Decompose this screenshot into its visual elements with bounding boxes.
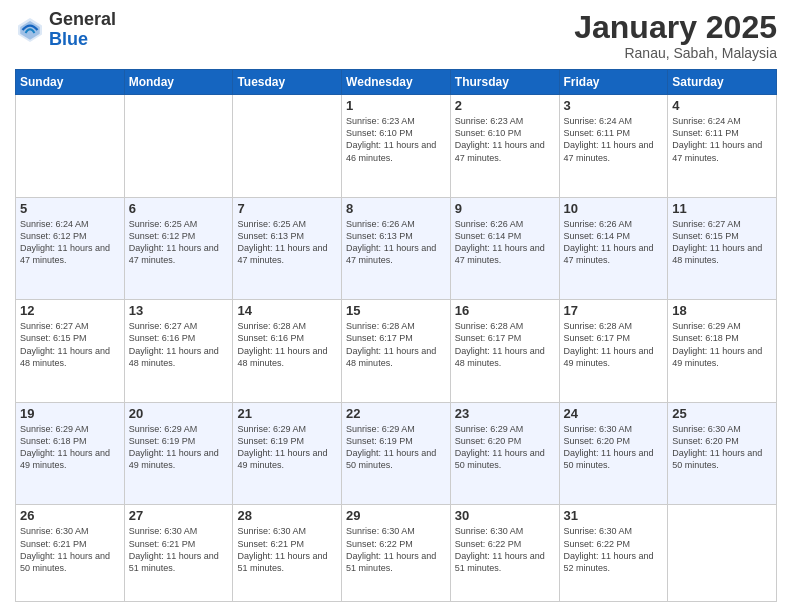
calendar-cell: 26Sunrise: 6:30 AM Sunset: 6:21 PM Dayli…: [16, 505, 125, 602]
calendar-week-row: 26Sunrise: 6:30 AM Sunset: 6:21 PM Dayli…: [16, 505, 777, 602]
day-number: 27: [129, 508, 229, 523]
day-info: Sunrise: 6:30 AM Sunset: 6:21 PM Dayligh…: [237, 525, 337, 574]
calendar-cell: 24Sunrise: 6:30 AM Sunset: 6:20 PM Dayli…: [559, 402, 668, 505]
calendar-cell: 11Sunrise: 6:27 AM Sunset: 6:15 PM Dayli…: [668, 197, 777, 300]
calendar-cell: 12Sunrise: 6:27 AM Sunset: 6:15 PM Dayli…: [16, 300, 125, 403]
calendar-day-header: Wednesday: [342, 70, 451, 95]
day-info: Sunrise: 6:28 AM Sunset: 6:17 PM Dayligh…: [564, 320, 664, 369]
day-info: Sunrise: 6:30 AM Sunset: 6:22 PM Dayligh…: [346, 525, 446, 574]
day-number: 10: [564, 201, 664, 216]
day-info: Sunrise: 6:30 AM Sunset: 6:21 PM Dayligh…: [129, 525, 229, 574]
calendar-cell: 17Sunrise: 6:28 AM Sunset: 6:17 PM Dayli…: [559, 300, 668, 403]
calendar-table: SundayMondayTuesdayWednesdayThursdayFrid…: [15, 69, 777, 602]
day-info: Sunrise: 6:29 AM Sunset: 6:18 PM Dayligh…: [20, 423, 120, 472]
day-info: Sunrise: 6:30 AM Sunset: 6:22 PM Dayligh…: [564, 525, 664, 574]
day-info: Sunrise: 6:24 AM Sunset: 6:11 PM Dayligh…: [564, 115, 664, 164]
day-number: 9: [455, 201, 555, 216]
day-number: 18: [672, 303, 772, 318]
day-info: Sunrise: 6:28 AM Sunset: 6:16 PM Dayligh…: [237, 320, 337, 369]
calendar-day-header: Saturday: [668, 70, 777, 95]
calendar-cell: 31Sunrise: 6:30 AM Sunset: 6:22 PM Dayli…: [559, 505, 668, 602]
calendar-cell: 18Sunrise: 6:29 AM Sunset: 6:18 PM Dayli…: [668, 300, 777, 403]
calendar-day-header: Monday: [124, 70, 233, 95]
calendar-cell: 1Sunrise: 6:23 AM Sunset: 6:10 PM Daylig…: [342, 95, 451, 198]
calendar-header-row: SundayMondayTuesdayWednesdayThursdayFrid…: [16, 70, 777, 95]
calendar-cell: [233, 95, 342, 198]
day-number: 31: [564, 508, 664, 523]
day-number: 23: [455, 406, 555, 421]
day-info: Sunrise: 6:29 AM Sunset: 6:19 PM Dayligh…: [346, 423, 446, 472]
day-number: 4: [672, 98, 772, 113]
calendar-cell: 2Sunrise: 6:23 AM Sunset: 6:10 PM Daylig…: [450, 95, 559, 198]
day-number: 25: [672, 406, 772, 421]
logo: General Blue: [15, 10, 116, 50]
day-info: Sunrise: 6:26 AM Sunset: 6:14 PM Dayligh…: [564, 218, 664, 267]
calendar-day-header: Thursday: [450, 70, 559, 95]
day-info: Sunrise: 6:27 AM Sunset: 6:15 PM Dayligh…: [672, 218, 772, 267]
day-info: Sunrise: 6:29 AM Sunset: 6:19 PM Dayligh…: [237, 423, 337, 472]
calendar-title: January 2025: [574, 10, 777, 45]
day-info: Sunrise: 6:30 AM Sunset: 6:22 PM Dayligh…: [455, 525, 555, 574]
calendar-cell: 25Sunrise: 6:30 AM Sunset: 6:20 PM Dayli…: [668, 402, 777, 505]
day-info: Sunrise: 6:29 AM Sunset: 6:19 PM Dayligh…: [129, 423, 229, 472]
header: General Blue January 2025 Ranau, Sabah, …: [15, 10, 777, 61]
day-number: 26: [20, 508, 120, 523]
calendar-cell: 10Sunrise: 6:26 AM Sunset: 6:14 PM Dayli…: [559, 197, 668, 300]
logo-text: General Blue: [49, 10, 116, 50]
day-number: 1: [346, 98, 446, 113]
calendar-cell: 29Sunrise: 6:30 AM Sunset: 6:22 PM Dayli…: [342, 505, 451, 602]
calendar-cell: [668, 505, 777, 602]
day-number: 28: [237, 508, 337, 523]
day-info: Sunrise: 6:29 AM Sunset: 6:20 PM Dayligh…: [455, 423, 555, 472]
day-info: Sunrise: 6:26 AM Sunset: 6:13 PM Dayligh…: [346, 218, 446, 267]
calendar-cell: 20Sunrise: 6:29 AM Sunset: 6:19 PM Dayli…: [124, 402, 233, 505]
day-info: Sunrise: 6:28 AM Sunset: 6:17 PM Dayligh…: [455, 320, 555, 369]
day-info: Sunrise: 6:27 AM Sunset: 6:16 PM Dayligh…: [129, 320, 229, 369]
day-number: 7: [237, 201, 337, 216]
day-info: Sunrise: 6:26 AM Sunset: 6:14 PM Dayligh…: [455, 218, 555, 267]
calendar-cell: 22Sunrise: 6:29 AM Sunset: 6:19 PM Dayli…: [342, 402, 451, 505]
calendar-day-header: Sunday: [16, 70, 125, 95]
day-number: 19: [20, 406, 120, 421]
calendar-cell: 13Sunrise: 6:27 AM Sunset: 6:16 PM Dayli…: [124, 300, 233, 403]
day-info: Sunrise: 6:24 AM Sunset: 6:11 PM Dayligh…: [672, 115, 772, 164]
day-number: 14: [237, 303, 337, 318]
calendar-cell: [16, 95, 125, 198]
logo-general: General: [49, 9, 116, 29]
day-number: 24: [564, 406, 664, 421]
day-number: 8: [346, 201, 446, 216]
day-number: 29: [346, 508, 446, 523]
calendar-cell: 7Sunrise: 6:25 AM Sunset: 6:13 PM Daylig…: [233, 197, 342, 300]
calendar-day-header: Tuesday: [233, 70, 342, 95]
calendar-day-header: Friday: [559, 70, 668, 95]
day-number: 16: [455, 303, 555, 318]
day-number: 13: [129, 303, 229, 318]
day-number: 22: [346, 406, 446, 421]
page: General Blue January 2025 Ranau, Sabah, …: [0, 0, 792, 612]
calendar-cell: 30Sunrise: 6:30 AM Sunset: 6:22 PM Dayli…: [450, 505, 559, 602]
calendar-cell: 6Sunrise: 6:25 AM Sunset: 6:12 PM Daylig…: [124, 197, 233, 300]
calendar-cell: 16Sunrise: 6:28 AM Sunset: 6:17 PM Dayli…: [450, 300, 559, 403]
day-info: Sunrise: 6:24 AM Sunset: 6:12 PM Dayligh…: [20, 218, 120, 267]
day-info: Sunrise: 6:25 AM Sunset: 6:13 PM Dayligh…: [237, 218, 337, 267]
day-number: 3: [564, 98, 664, 113]
day-number: 2: [455, 98, 555, 113]
logo-blue-text: Blue: [49, 29, 88, 49]
day-info: Sunrise: 6:30 AM Sunset: 6:20 PM Dayligh…: [564, 423, 664, 472]
calendar-cell: 14Sunrise: 6:28 AM Sunset: 6:16 PM Dayli…: [233, 300, 342, 403]
day-number: 20: [129, 406, 229, 421]
day-number: 17: [564, 303, 664, 318]
day-info: Sunrise: 6:23 AM Sunset: 6:10 PM Dayligh…: [346, 115, 446, 164]
calendar-week-row: 5Sunrise: 6:24 AM Sunset: 6:12 PM Daylig…: [16, 197, 777, 300]
calendar-cell: 8Sunrise: 6:26 AM Sunset: 6:13 PM Daylig…: [342, 197, 451, 300]
calendar-week-row: 19Sunrise: 6:29 AM Sunset: 6:18 PM Dayli…: [16, 402, 777, 505]
day-number: 12: [20, 303, 120, 318]
day-number: 11: [672, 201, 772, 216]
calendar-cell: 27Sunrise: 6:30 AM Sunset: 6:21 PM Dayli…: [124, 505, 233, 602]
calendar-cell: 4Sunrise: 6:24 AM Sunset: 6:11 PM Daylig…: [668, 95, 777, 198]
calendar-week-row: 12Sunrise: 6:27 AM Sunset: 6:15 PM Dayli…: [16, 300, 777, 403]
day-number: 30: [455, 508, 555, 523]
day-info: Sunrise: 6:30 AM Sunset: 6:20 PM Dayligh…: [672, 423, 772, 472]
day-number: 5: [20, 201, 120, 216]
day-info: Sunrise: 6:27 AM Sunset: 6:15 PM Dayligh…: [20, 320, 120, 369]
